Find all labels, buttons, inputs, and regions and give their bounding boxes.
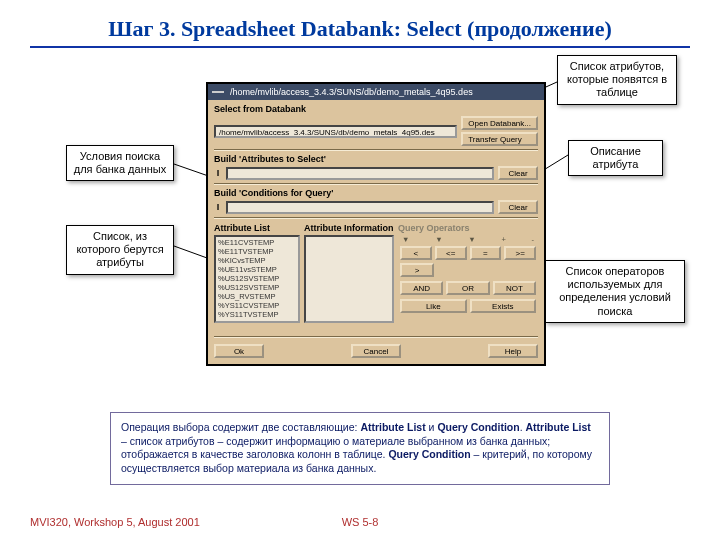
callout-search-conditions: Условия поиска для банка данных	[66, 145, 174, 181]
separator	[214, 217, 538, 219]
title-rule	[30, 46, 690, 48]
attribute-list-box[interactable]: %E11CVSTEMP %E11TVSTEMP %KICvsTEMP %UE11…	[214, 235, 300, 323]
transfer-query-button[interactable]: Transfer Query	[461, 132, 538, 146]
select-from-databank-label: Select from Databank	[214, 104, 538, 114]
op-and-button[interactable]: AND	[400, 281, 443, 295]
help-button[interactable]: Help	[488, 344, 538, 358]
list-item[interactable]: %US12SVSTEMP	[218, 274, 296, 283]
callout-query-operators: Список операторов используемых для опред…	[545, 260, 685, 323]
page-title: Шаг 3. Spreadsheet Databank: Select (про…	[30, 16, 690, 42]
op-not-button[interactable]: NOT	[493, 281, 536, 295]
list-item[interactable]: %E11CVSTEMP	[218, 238, 296, 247]
op-exists-button[interactable]: Exists	[470, 299, 537, 313]
separator	[214, 183, 538, 185]
clear-conditions-button[interactable]: Clear	[498, 200, 538, 214]
footer-center: WS 5-8	[342, 516, 379, 528]
footer-left: MVI320, Workshop 5, August 2001	[30, 516, 200, 528]
callout-attribute-description: Описание атрибута	[568, 140, 663, 176]
list-item[interactable]: %YS11TVSTEMP	[218, 310, 296, 319]
list-item[interactable]: %US_RVSTEMP	[218, 292, 296, 301]
op-eq-button[interactable]: =	[470, 246, 502, 260]
callout-attribute-source-list: Список, из которого берутся атрибуты	[66, 225, 174, 275]
dialog-select-from-databank: /home/mvlib/access_3.4.3/SUNS/db/demo_me…	[206, 82, 546, 366]
description-text: Операция выбора содержит две составляющи…	[110, 412, 610, 485]
window-title: /home/mvlib/access_3.4.3/SUNS/db/demo_me…	[230, 84, 473, 100]
cancel-button[interactable]: Cancel	[351, 344, 401, 358]
open-databank-button[interactable]: Open Databank...	[461, 116, 538, 130]
prefix-i-attrs: I	[214, 168, 222, 178]
build-attributes-label: Build 'Attributes to Select'	[214, 154, 538, 164]
separator	[214, 149, 538, 151]
op-gt-button[interactable]: >	[400, 263, 434, 277]
list-item[interactable]: %UE11vsSTEMP	[218, 265, 296, 274]
ok-button[interactable]: Ok	[214, 344, 264, 358]
operator-col-headers: ▼ ▼ ▼ + -	[398, 235, 538, 244]
list-item[interactable]: %YS11CVSTEMP	[218, 301, 296, 310]
build-conditions-label: Build 'Conditions for Query'	[214, 188, 538, 198]
window-titlebar[interactable]: /home/mvlib/access_3.4.3/SUNS/db/demo_me…	[208, 84, 544, 100]
op-or-button[interactable]: OR	[446, 281, 489, 295]
window-menu-icon[interactable]	[212, 91, 224, 93]
op-lte-button[interactable]: <=	[435, 246, 467, 260]
list-item[interactable]: %KICvsTEMP	[218, 256, 296, 265]
attribute-information-box[interactable]	[304, 235, 394, 323]
op-like-button[interactable]: Like	[400, 299, 467, 313]
conditions-for-query-field[interactable]	[226, 201, 494, 214]
query-operators-header: Query Operators	[398, 223, 538, 233]
list-item[interactable]: %YS_AVS/%YS_H	[218, 319, 296, 323]
separator	[214, 336, 538, 338]
op-lt-button[interactable]: <	[400, 246, 432, 260]
databank-path-field[interactable]: /home/mvlib/access_3.4.3/SUNS/db/demo_me…	[214, 125, 457, 138]
op-gte-button[interactable]: >=	[504, 246, 536, 260]
list-item[interactable]: %US12SVSTEMP	[218, 283, 296, 292]
callout-attributes-in-table: Список атрибутов, которые появятся в таб…	[557, 55, 677, 105]
attribute-information-header: Attribute Information	[304, 223, 394, 233]
clear-attributes-button[interactable]: Clear	[498, 166, 538, 180]
list-item[interactable]: %E11TVSTEMP	[218, 247, 296, 256]
prefix-i-cond: I	[214, 202, 222, 212]
attribute-list-header: Attribute List	[214, 223, 300, 233]
attributes-to-select-field[interactable]	[226, 167, 494, 180]
